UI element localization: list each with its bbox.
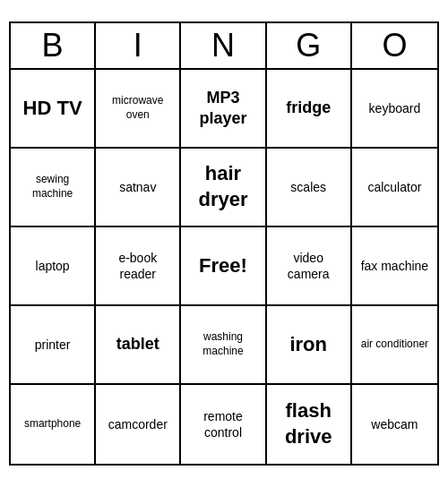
bingo-grid: HD TVmicrowave ovenMP3 playerfridgekeybo… xyxy=(11,70,437,464)
header-letter: O xyxy=(352,23,437,68)
grid-cell: e-book reader xyxy=(96,227,181,306)
header-letter: B xyxy=(11,23,96,68)
grid-cell: air conditioner xyxy=(352,306,437,385)
grid-cell: video camera xyxy=(267,227,352,306)
grid-cell: tablet xyxy=(96,306,181,385)
grid-cell: sewing machine xyxy=(11,149,96,227)
grid-cell: fax machine xyxy=(352,227,437,306)
grid-cell: washing machine xyxy=(181,306,266,385)
grid-cell: fridge xyxy=(267,70,352,149)
grid-cell: microwave oven xyxy=(96,70,181,149)
grid-cell: camcorder xyxy=(96,385,181,464)
grid-cell: remote control xyxy=(181,385,266,464)
grid-cell: MP3 player xyxy=(181,70,266,149)
bingo-card: BINGO HD TVmicrowave ovenMP3 playerfridg… xyxy=(9,21,439,466)
grid-cell: iron xyxy=(267,306,352,385)
grid-cell: Free! xyxy=(181,227,266,306)
grid-cell: hair dryer xyxy=(181,149,266,227)
grid-cell: flash drive xyxy=(267,385,352,464)
grid-cell: laptop xyxy=(11,227,96,306)
grid-cell: smartphone xyxy=(11,385,96,464)
grid-cell: webcam xyxy=(352,385,437,464)
header-letter: N xyxy=(181,23,266,68)
header-letter: I xyxy=(96,23,181,68)
grid-cell: scales xyxy=(267,149,352,227)
grid-cell: calculator xyxy=(352,149,437,227)
grid-cell: printer xyxy=(11,306,96,385)
bingo-header: BINGO xyxy=(11,23,437,70)
grid-cell: satnav xyxy=(96,149,181,227)
grid-cell: HD TV xyxy=(11,70,96,149)
grid-cell: keyboard xyxy=(352,70,437,149)
header-letter: G xyxy=(267,23,352,68)
